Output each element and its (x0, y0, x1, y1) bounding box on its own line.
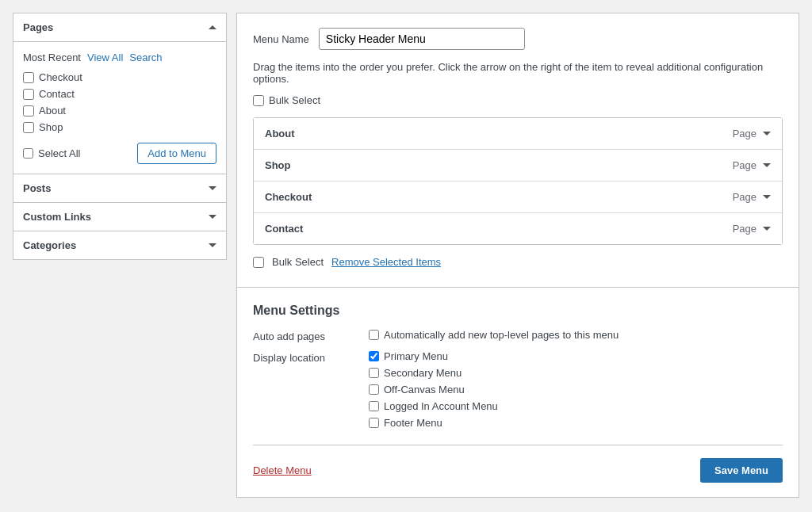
select-all-label-container: Select All (23, 147, 80, 159)
menu-item-shop-dropdown-icon[interactable] (763, 163, 771, 167)
menu-item-shop-name: Shop (265, 159, 291, 171)
logged-in-account-menu-label[interactable]: Logged In Account Menu (369, 400, 498, 412)
footer-menu-label[interactable]: Footer Menu (369, 417, 498, 429)
categories-section: Categories (13, 231, 227, 260)
secondary-menu-checkbox[interactable] (369, 368, 379, 378)
posts-accordion-header[interactable]: Posts (13, 174, 226, 202)
bottom-bulk-select-row: Bulk Select Remove Selected Items (253, 256, 783, 268)
add-to-menu-button[interactable]: Add to Menu (137, 143, 216, 164)
auto-add-label: Auto add pages (253, 329, 356, 342)
menu-item-shop-type: Page (733, 159, 756, 171)
primary-menu-checkbox[interactable] (369, 351, 379, 361)
auto-add-options: Automatically add new top-level pages to… (369, 329, 619, 342)
right-panel: Menu Name Drag the items into the order … (236, 13, 799, 498)
primary-menu-label[interactable]: Primary Menu (369, 350, 498, 362)
menu-name-row: Menu Name (253, 28, 783, 50)
menu-item-about: About Page (254, 118, 782, 150)
bottom-actions: Delete Menu Save Menu (253, 445, 783, 483)
display-location-label: Display location (253, 350, 356, 429)
pages-accordion-header[interactable]: Pages (13, 13, 226, 42)
categories-accordion-header[interactable]: Categories (13, 231, 226, 259)
top-bulk-select-checkbox[interactable] (253, 95, 264, 106)
menu-item-contact-name: Contact (265, 223, 303, 235)
pages-checkbox-list: Checkout Contact About Shop (23, 71, 216, 133)
menu-item-about-type: Page (733, 128, 756, 139)
shop-checkbox[interactable] (23, 122, 34, 133)
logged-in-account-menu-text: Logged In Account Menu (384, 400, 498, 412)
tab-most-recent[interactable]: Most Recent (23, 52, 81, 63)
footer-menu-checkbox[interactable] (369, 418, 379, 428)
secondary-menu-text: Secondary Menu (384, 367, 462, 379)
menu-items-list: About Page Shop Page Checkout Page (253, 117, 783, 245)
custom-links-section: Custom Links (13, 203, 227, 231)
posts-title: Posts (23, 182, 51, 194)
menu-item-about-name: About (265, 128, 295, 139)
about-checkbox[interactable] (23, 105, 34, 117)
select-all-text: Select All (38, 147, 80, 159)
posts-chevron-down-icon (209, 186, 216, 190)
auto-add-checkbox-label[interactable]: Automatically add new top-level pages to… (369, 329, 619, 341)
custom-links-chevron-down-icon (209, 215, 216, 219)
pages-section: Pages Most Recent View All Search Checko… (13, 13, 227, 174)
menu-item-checkout-dropdown-icon[interactable] (763, 195, 771, 199)
posts-section: Posts (13, 174, 227, 203)
custom-links-accordion-header[interactable]: Custom Links (13, 203, 226, 231)
menu-name-label: Menu Name (253, 33, 309, 45)
list-item: Contact (23, 88, 216, 100)
about-label: About (39, 105, 66, 117)
menu-item-shop: Shop Page (254, 150, 782, 181)
shop-label: Shop (39, 121, 63, 133)
top-bulk-select-label: Bulk Select (269, 94, 320, 106)
delete-menu-button[interactable]: Delete Menu (253, 464, 312, 476)
categories-chevron-down-icon (209, 243, 216, 247)
checkout-checkbox[interactable] (23, 72, 34, 83)
auto-add-checkbox-text: Automatically add new top-level pages to… (384, 329, 619, 341)
primary-menu-text: Primary Menu (384, 350, 448, 362)
bottom-bulk-select-checkbox[interactable] (253, 257, 264, 268)
remove-selected-button[interactable]: Remove Selected Items (331, 256, 441, 268)
settings-divider (237, 287, 799, 288)
bottom-bulk-select-label: Bulk Select (272, 256, 324, 268)
menu-item-about-right: Page (733, 128, 771, 139)
off-canvas-menu-text: Off-Canvas Menu (384, 384, 465, 395)
menu-item-checkout-name: Checkout (265, 191, 312, 203)
contact-label: Contact (39, 88, 75, 100)
menu-item-checkout-type: Page (733, 191, 756, 203)
menu-item-checkout: Checkout Page (254, 181, 782, 213)
select-all-row: Select All Add to Menu (23, 143, 216, 164)
menu-settings-title: Menu Settings (253, 304, 783, 318)
left-panel: Pages Most Recent View All Search Checko… (13, 13, 227, 498)
menu-item-contact-type: Page (733, 223, 756, 235)
pages-accordion-body: Most Recent View All Search Checkout Con… (13, 42, 226, 174)
tab-search[interactable]: Search (129, 52, 162, 63)
contact-checkbox[interactable] (23, 89, 34, 100)
auto-add-pages-row: Auto add pages Automatically add new top… (253, 329, 783, 342)
pages-title: Pages (23, 21, 53, 33)
save-menu-button[interactable]: Save Menu (700, 458, 783, 483)
custom-links-title: Custom Links (23, 211, 91, 223)
menu-item-checkout-right: Page (733, 191, 771, 203)
menu-item-shop-right: Page (733, 159, 771, 171)
list-item: Shop (23, 121, 216, 133)
off-canvas-menu-label[interactable]: Off-Canvas Menu (369, 384, 498, 395)
drag-instruction: Drag the items into the order you prefer… (253, 61, 783, 85)
off-canvas-menu-checkbox[interactable] (369, 384, 379, 395)
display-location-options: Primary Menu Secondary Menu Off-Canvas M… (369, 350, 498, 429)
pages-chevron-up-icon (209, 25, 216, 29)
secondary-menu-label[interactable]: Secondary Menu (369, 367, 498, 379)
logged-in-account-menu-checkbox[interactable] (369, 401, 379, 411)
checkout-label: Checkout (39, 71, 82, 83)
footer-menu-text: Footer Menu (384, 417, 442, 429)
menu-item-contact: Contact Page (254, 213, 782, 244)
list-item: Checkout (23, 71, 216, 83)
menu-item-about-dropdown-icon[interactable] (763, 132, 771, 136)
menu-item-contact-dropdown-icon[interactable] (763, 227, 771, 231)
select-all-checkbox[interactable] (23, 148, 33, 159)
menu-item-contact-right: Page (733, 223, 771, 235)
pages-tabs: Most Recent View All Search (23, 52, 216, 63)
display-location-row: Display location Primary Menu Secondary … (253, 350, 783, 429)
list-item: About (23, 105, 216, 117)
menu-name-input[interactable] (319, 28, 525, 50)
tab-view-all[interactable]: View All (87, 52, 123, 63)
auto-add-checkbox[interactable] (369, 330, 379, 340)
